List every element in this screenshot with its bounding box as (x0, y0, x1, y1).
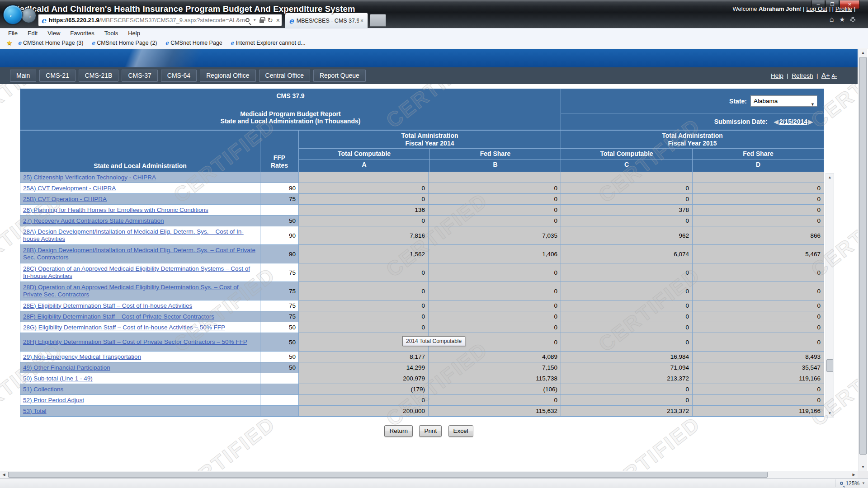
menu-item-file[interactable]: File (8, 30, 18, 37)
table-scrollbar-thumb[interactable] (826, 359, 833, 372)
nav-item-cms-21[interactable]: CMS-21 (39, 70, 75, 82)
scroll-up-icon[interactable]: ▲ (859, 49, 867, 56)
row-label-link[interactable]: 28B) Design Development/Installation of … (23, 247, 258, 261)
forward-button[interactable]: → (21, 8, 36, 23)
search-dropdown-icon[interactable]: ▼ (253, 18, 256, 22)
scroll-right-icon[interactable]: ▶ (850, 471, 858, 478)
row-label-link[interactable]: 53) Total (23, 408, 47, 415)
nav-item-cms-37[interactable]: CMS-37 (122, 70, 157, 82)
address-bar[interactable]: e https://65.220.21.9/MBESCBES/CMS37/CMS… (38, 14, 282, 26)
search-icon[interactable] (245, 18, 250, 22)
row-label-link[interactable]: 51) Collections (23, 386, 63, 393)
row-label-link[interactable]: 25B) CVT Operation - CHIPRA (23, 196, 107, 203)
row-label-link[interactable]: 28G) Eligibility Determination Staff – C… (23, 324, 225, 331)
value-cell-c: 213,372 (561, 406, 693, 417)
excel-button[interactable]: Excel (448, 425, 473, 437)
horizontal-scrollbar-thumb[interactable] (8, 472, 768, 478)
row-label-link[interactable]: 28E) Eligibility Determination Staff – C… (23, 302, 192, 310)
value-cell-b: 7,035 (429, 226, 561, 245)
menu-item-tools[interactable]: Tools (104, 30, 118, 37)
ffp-rate-cell: 90 (260, 183, 299, 194)
next-date-icon[interactable]: ▶ (808, 118, 813, 125)
zoom-dropdown-icon[interactable]: ▼ (862, 481, 865, 485)
tools-gear-icon[interactable] (850, 17, 855, 22)
row-label-cell: 28G) Eligibility Determination Staff – C… (20, 322, 260, 333)
new-tab-button[interactable] (370, 14, 386, 27)
print-button[interactable]: Print (419, 425, 442, 437)
add-favorite-icon[interactable]: ★ (6, 39, 12, 47)
font-increase-link[interactable]: A+ (821, 71, 830, 79)
vertical-scrollbar[interactable]: ▲ ▼ (859, 49, 867, 471)
row-label-link[interactable]: 26) Planning for Health Homes for Enroll… (23, 206, 208, 214)
value-cell-d: 866 (693, 226, 824, 245)
value-cell-b: 0 (429, 322, 561, 333)
nav-bar: MainCMS-21CMS-21BCMS-37CMS-64Regional Of… (0, 67, 858, 84)
nav-item-report-queue[interactable]: Report Queue (313, 70, 366, 82)
value-cell-a (299, 172, 429, 183)
profile-link[interactable]: Profile (835, 5, 852, 12)
browser-tab[interactable]: e MBES/CBES - CMS 37.9 × (285, 13, 368, 28)
return-button[interactable]: Return (384, 425, 413, 437)
nav-item-main[interactable]: Main (10, 70, 36, 82)
ffp-rate-cell (260, 406, 299, 417)
font-decrease-link[interactable]: A- (832, 73, 837, 79)
nav-item-cms-21b[interactable]: CMS-21B (79, 70, 119, 82)
table-scrollbar[interactable]: ▲ ▼ (826, 173, 834, 418)
row-label-link[interactable]: 28D) Operation of an Approved Medicaid E… (23, 284, 258, 298)
value-cell-a: (179) (299, 384, 429, 395)
row-label-link[interactable]: 29) Non-Emergency Medical Transportation (23, 353, 141, 361)
value-cell-d: 0 (693, 183, 824, 194)
favorite-link[interactable]: eInternet Explorer cannot d... (231, 40, 306, 46)
scroll-left-icon[interactable]: ◀ (0, 471, 8, 478)
subheader-fed-share-2014: Fed Share (430, 149, 561, 159)
state-select[interactable]: Alabama ▼ (750, 95, 817, 107)
back-button[interactable]: ← (3, 5, 23, 24)
row-label-cell: 25) Citizenship Verification Technology … (20, 172, 260, 183)
welcome-text: Welcome Abraham John! [ Log Out ] [ Prof… (733, 5, 855, 12)
previous-date-icon[interactable]: ◀ (774, 118, 778, 125)
row-label-link[interactable]: 25A) CVT Development - CHIPRA (23, 185, 116, 192)
help-link[interactable]: Help (771, 72, 783, 79)
refresh-link[interactable]: Refresh (792, 72, 813, 79)
row-label-link[interactable]: 27) Recovery Audit Contractors State Adm… (23, 217, 164, 225)
subheader-fed-share-2015: Fed Share (693, 149, 824, 159)
submission-date-link[interactable]: 2/15/2014 (779, 118, 807, 125)
refresh-icon[interactable]: ↻ (267, 16, 273, 24)
favorite-label: CMSnet Home Page (2) (97, 40, 157, 46)
home-icon[interactable]: ⌂ (830, 15, 834, 23)
nav-item-regional-office[interactable]: Regional Office (200, 70, 255, 82)
table-row: 26) Planning for Health Homes for Enroll… (20, 205, 824, 216)
menu-item-view[interactable]: View (47, 30, 60, 37)
nav-item-central-office[interactable]: Central Office (259, 70, 310, 82)
state-label: State: (729, 98, 747, 105)
scroll-up-icon[interactable]: ▲ (826, 174, 834, 181)
stop-icon[interactable]: × (276, 17, 280, 24)
favorite-link[interactable]: eCMSnet Home Page (165, 40, 222, 46)
status-bar: 125% ▼ (0, 478, 868, 488)
horizontal-scrollbar[interactable]: ◀ ▶ (0, 471, 858, 478)
row-label-link[interactable]: 28C) Operation of an Approved Medicaid E… (23, 265, 258, 280)
tab-close-icon[interactable]: × (359, 18, 365, 24)
scroll-down-icon[interactable]: ▼ (826, 409, 834, 417)
row-label-link[interactable]: 49) Other Financial Participation (23, 364, 110, 371)
scroll-down-icon[interactable]: ▼ (859, 463, 867, 471)
zoom-control[interactable]: 125% ▼ (835, 479, 865, 487)
favorite-link[interactable]: eCMSnet Home Page (2) (91, 40, 157, 46)
row-label-link[interactable]: 28H) Eligibility Determination Staff – C… (23, 338, 247, 346)
url-text[interactable]: https://65.220.21.9/MBESCBES/CMS37/CMS37… (49, 17, 245, 23)
row-label-link[interactable]: 52) Prior Period Adjust (23, 397, 84, 404)
report-title-line1: Medicaid Program Budget Report (20, 110, 561, 117)
favorites-star-icon[interactable]: ★ (839, 16, 845, 23)
log-out-link[interactable]: Log Out (807, 5, 827, 12)
menu-item-edit[interactable]: Edit (28, 30, 38, 37)
row-label-link[interactable]: 50) Sub-total (Line 1 - 49) (23, 375, 93, 382)
menu-item-favorites[interactable]: Favorites (70, 30, 94, 37)
favorite-link[interactable]: eCMSnet Home Page (3) (18, 40, 83, 46)
row-label-link[interactable]: 28F) Eligibility Determination Staff – C… (23, 313, 214, 320)
vertical-scrollbar-thumb[interactable] (859, 57, 867, 455)
nav-item-cms-64[interactable]: CMS-64 (161, 70, 197, 82)
menu-item-help[interactable]: Help (128, 30, 140, 37)
watermark-text: CERTIFIED (594, 412, 705, 471)
row-label-link[interactable]: 28A) Design Development/Installation of … (23, 228, 258, 243)
row-label-link[interactable]: 25) Citizenship Verification Technology … (23, 174, 156, 181)
